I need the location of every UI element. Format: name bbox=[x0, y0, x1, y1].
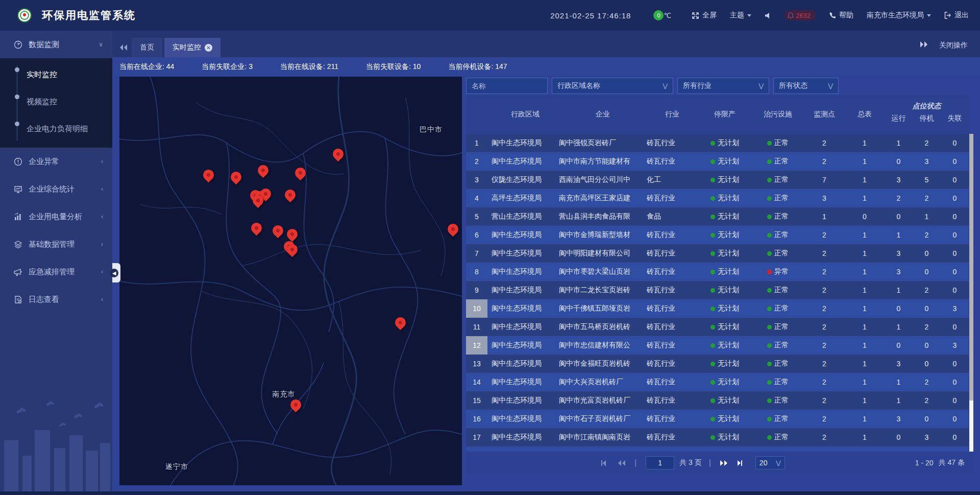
sidebar-item-5[interactable]: 应急减排管理‹ bbox=[0, 258, 112, 286]
tab-1[interactable]: 实时监控✕ bbox=[164, 38, 220, 57]
name-search-input[interactable] bbox=[466, 78, 548, 94]
map-panel[interactable]: 巴中市南充市遂宁市 bbox=[119, 77, 462, 485]
tab-0[interactable]: 首页 bbox=[132, 38, 162, 57]
table-row[interactable]: 13阆中生态环境局阆中市金福旺页岩机砖砖瓦行业无计划正常21300 bbox=[466, 355, 969, 373]
chevron-down-icon bbox=[747, 14, 751, 17]
table-row[interactable]: 10阆中生态环境局阆中千佛镇五郎垭页岩砖瓦行业无计划正常21003 bbox=[466, 299, 969, 318]
close-operations-button[interactable]: 关闭操作 bbox=[939, 41, 968, 50]
table-row[interactable]: 5营山生态环境局营山县润丰肉食品有限食品无计划正常10010 bbox=[466, 207, 969, 226]
table-row[interactable]: 2阆中生态环境局阆中市南方节能建材有砖瓦行业无计划正常21030 bbox=[466, 152, 969, 171]
prev-page-button[interactable] bbox=[618, 460, 626, 466]
theme-menu[interactable]: 主题 bbox=[730, 11, 751, 20]
tab-label: 实时监控 bbox=[173, 43, 201, 52]
first-page-button[interactable] bbox=[601, 460, 608, 466]
status-text: 异常 bbox=[774, 267, 789, 276]
map-city-label: 巴中市 bbox=[420, 125, 443, 134]
sidebar-item-6[interactable]: 日志查看‹ bbox=[0, 286, 112, 313]
company-cell: 营山县润丰肉食品有限 bbox=[559, 207, 647, 226]
table-row[interactable]: 1阆中生态环境局阆中强锐页岩砖厂砖瓦行业无计划正常21120 bbox=[466, 134, 969, 152]
facility-status-cell: 正常 bbox=[752, 244, 804, 263]
table-row[interactable]: 12阆中生态环境局阆中市忠信建材有限公砖瓦行业无计划正常21003 bbox=[466, 336, 969, 355]
table-scrollbar[interactable] bbox=[969, 134, 973, 452]
tabs-scroll-left-button[interactable] bbox=[119, 44, 128, 53]
sidebar-item-2[interactable]: 企业综合统计‹ bbox=[0, 175, 112, 203]
total-meter-cell: 1 bbox=[845, 281, 885, 299]
notification-badge[interactable]: 2632 bbox=[785, 10, 816, 20]
stop-status-cell: 无计划 bbox=[698, 171, 752, 189]
row-index: 2 bbox=[466, 152, 487, 171]
total-meter-cell: 1 bbox=[845, 410, 885, 428]
sidebar-item-1[interactable]: 企业异常‹ bbox=[0, 148, 112, 175]
stopped-count-cell: 2 bbox=[913, 318, 941, 336]
row-index: 4 bbox=[466, 189, 487, 207]
row-index: 17 bbox=[466, 428, 487, 446]
sidebar-collapse-button[interactable]: ◀ bbox=[112, 263, 120, 282]
fullscreen-label: 全屏 bbox=[702, 11, 717, 20]
table-row[interactable]: 18南部生态环境局南部县致华大理石有限公建材加工无计划正常21030 bbox=[466, 446, 969, 452]
facility-status-cell: 正常 bbox=[752, 336, 804, 355]
map-city-label: 遂宁市 bbox=[165, 462, 188, 472]
org-menu[interactable]: 南充市生态环境局 bbox=[867, 11, 931, 20]
region-cell: 阆中生态环境局 bbox=[487, 244, 559, 263]
table-row[interactable]: 17阆中生态环境局阆中市江南镇阆南页岩砖瓦行业无计划正常21030 bbox=[466, 428, 969, 446]
status-text: 正常 bbox=[774, 194, 789, 203]
company-cell: 南充市高坪区王家店建 bbox=[559, 189, 647, 207]
row-index: 13 bbox=[466, 355, 487, 373]
chevron-down-icon: ∨ bbox=[99, 41, 103, 48]
sidebar-item-0[interactable]: 数据监测∨ bbox=[0, 31, 112, 58]
stopped-count-cell: 2 bbox=[913, 134, 941, 152]
status-select[interactable]: 所有状态 ⋁ bbox=[773, 78, 839, 94]
table-row[interactable]: 16阆中生态环境局阆中市石子页岩机砖厂砖瓦行业无计划正常21300 bbox=[466, 410, 969, 428]
industry-cell: 食品 bbox=[647, 207, 698, 226]
sidebar-subitem[interactable]: 企业电力负荷明细 bbox=[0, 115, 112, 143]
table-row[interactable]: 3仪陇生态环境局西南油气田分公司川中化工无计划正常71350 bbox=[466, 171, 969, 189]
help-button[interactable]: 帮助 bbox=[829, 11, 853, 20]
table-row[interactable]: 6阆中生态环境局阆中市金博瑞新型墙材砖瓦行业无计划正常21120 bbox=[466, 226, 969, 244]
sidebar-item-3[interactable]: 企业用电量分析‹ bbox=[0, 203, 112, 230]
monitor-points-cell: 2 bbox=[804, 244, 845, 263]
page-size-select[interactable]: 20 ⋁ bbox=[755, 456, 785, 469]
skyline-decoration bbox=[0, 397, 112, 491]
status-text: 正常 bbox=[774, 396, 789, 405]
sidebar-subitem[interactable]: 视频监控 bbox=[0, 88, 112, 115]
facility-status-cell: 正常 bbox=[752, 428, 804, 446]
stopped-count-cell: 3 bbox=[913, 428, 941, 446]
table-row[interactable]: 15阆中生态环境局阆中市光富页岩机砖厂砖瓦行业无计划正常21120 bbox=[466, 391, 969, 410]
running-count-cell: 1 bbox=[885, 373, 913, 391]
region-select[interactable]: 行政区域名称 ⋁ bbox=[552, 78, 673, 94]
sidebar-item-4[interactable]: 基础数据管理‹ bbox=[0, 230, 112, 258]
sidebar: 数据监测∨实时监控视频监控企业电力负荷明细企业异常‹企业综合统计‹企业用电量分析… bbox=[0, 31, 112, 491]
main-content: 巴中市南充市遂宁市 行政区域名称 ⋁ 所有行业 ⋁ 所有状态 ⋁ 行政区域企业行… bbox=[112, 77, 980, 491]
monitor-points-cell: 2 bbox=[804, 281, 845, 299]
industry-cell: 砖瓦行业 bbox=[647, 152, 698, 171]
tab-close-icon[interactable]: ✕ bbox=[205, 44, 212, 52]
stopped-count-cell: 0 bbox=[913, 244, 941, 263]
table-row[interactable]: 4高坪生态环境局南充市高坪区王家店建砖瓦行业无计划正常31220 bbox=[466, 189, 969, 207]
table-row[interactable]: 7阆中生态环境局阆中明阳建材有限公司砖瓦行业无计划正常21300 bbox=[466, 244, 969, 263]
status-dot-ok bbox=[710, 435, 715, 440]
stop-status-cell: 无计划 bbox=[698, 318, 752, 336]
industry-select[interactable]: 所有行业 ⋁ bbox=[677, 78, 769, 94]
table-row[interactable]: 9阆中生态环境局阆中市二龙长宝页岩砖砖瓦行业无计划正常21120 bbox=[466, 281, 969, 299]
last-page-button[interactable] bbox=[737, 460, 745, 466]
next-page-button[interactable] bbox=[720, 460, 728, 466]
status-dot-ok bbox=[710, 307, 715, 311]
region-select-value: 行政区域名称 bbox=[557, 81, 600, 90]
facility-status-cell: 正常 bbox=[752, 318, 804, 336]
industry-cell: 砖瓦行业 bbox=[647, 263, 698, 281]
sidebar-subitem[interactable]: 实时监控 bbox=[0, 61, 112, 88]
tabs-scroll-right-button[interactable] bbox=[920, 41, 928, 50]
table-row[interactable]: 14阆中生态环境局阆中大兴页岩机砖厂砖瓦行业无计划正常21120 bbox=[466, 373, 969, 391]
column-header: 监测点 bbox=[804, 95, 845, 134]
status-dot-ok bbox=[710, 141, 715, 146]
mute-button[interactable] bbox=[765, 12, 771, 19]
logout-button[interactable]: 退出 bbox=[944, 11, 969, 20]
table-row[interactable]: 8阆中生态环境局阆中市枣碧大梁山页岩砖瓦行业无计划异常21300 bbox=[466, 263, 969, 281]
name-search-field[interactable] bbox=[472, 82, 542, 90]
fullscreen-icon bbox=[692, 12, 699, 19]
stopped-count-cell: 2 bbox=[913, 373, 941, 391]
fullscreen-button[interactable]: 全屏 bbox=[692, 11, 717, 20]
table-row[interactable]: 11阆中生态环境局阆中市五马桥页岩机砖砖瓦行业无计划正常21120 bbox=[466, 318, 969, 336]
page-number-input[interactable]: 1 bbox=[646, 456, 674, 469]
total-meter-cell: 1 bbox=[845, 318, 885, 336]
